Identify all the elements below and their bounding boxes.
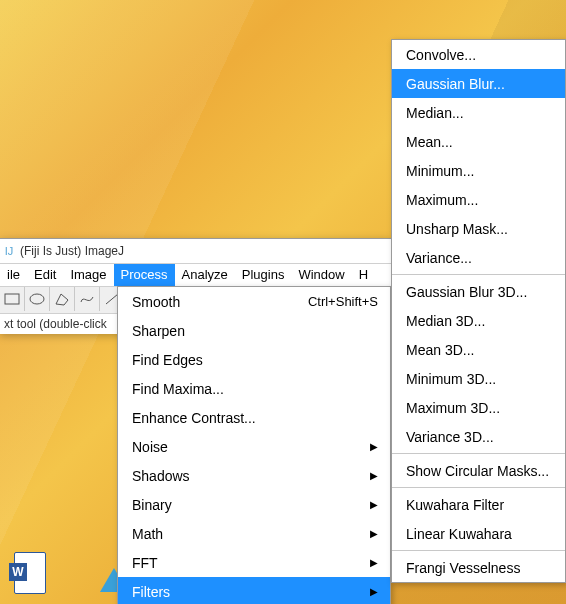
submenu-caret-icon: ▶ — [370, 499, 378, 510]
process-item-smooth[interactable]: SmoothCtrl+Shift+S — [118, 287, 390, 316]
filters-item-minimum-[interactable]: Minimum... — [392, 156, 565, 185]
submenu-caret-icon: ▶ — [370, 586, 378, 597]
menu-item-label: Mean 3D... — [406, 342, 553, 358]
menu-edit[interactable]: Edit — [27, 264, 63, 286]
filters-item-linear-kuwahara[interactable]: Linear Kuwahara — [392, 519, 565, 548]
filters-item-gaussian-blur-3d-[interactable]: Gaussian Blur 3D... — [392, 277, 565, 306]
menu-separator — [392, 274, 565, 275]
menu-process[interactable]: Process — [114, 264, 175, 286]
svg-rect-0 — [5, 294, 19, 304]
menu-item-label: Mean... — [406, 134, 553, 150]
tool-oval[interactable] — [25, 287, 50, 311]
menu-item-label: Variance 3D... — [406, 429, 553, 445]
svg-point-1 — [30, 294, 44, 304]
menu-item-label: Median... — [406, 105, 553, 121]
menu-item-label: Binary — [132, 497, 362, 513]
submenu-caret-icon: ▶ — [370, 470, 378, 481]
menu-separator — [392, 550, 565, 551]
titlebar[interactable]: IJ (Fiji Is Just) ImageJ — [0, 239, 392, 264]
menu-item-label: Convolve... — [406, 47, 553, 63]
menubar: ileEditImageProcessAnalyzePluginsWindowH — [0, 264, 392, 286]
process-item-enhance-contrast-[interactable]: Enhance Contrast... — [118, 403, 390, 432]
menu-plugins[interactable]: Plugins — [235, 264, 292, 286]
menu-analyze[interactable]: Analyze — [175, 264, 235, 286]
menu-separator — [392, 453, 565, 454]
svg-marker-2 — [56, 294, 68, 305]
filters-item-variance-3d-[interactable]: Variance 3D... — [392, 422, 565, 451]
menu-item-label: Enhance Contrast... — [132, 410, 378, 426]
menu-item-label: Find Edges — [132, 352, 378, 368]
filters-item-mean-3d-[interactable]: Mean 3D... — [392, 335, 565, 364]
process-item-shadows[interactable]: Shadows▶ — [118, 461, 390, 490]
filters-item-gaussian-blur-[interactable]: Gaussian Blur... — [392, 69, 565, 98]
filters-item-median-3d-[interactable]: Median 3D... — [392, 306, 565, 335]
filters-item-frangi-vesselness[interactable]: Frangi Vesselness — [392, 553, 565, 582]
process-item-binary[interactable]: Binary▶ — [118, 490, 390, 519]
process-item-noise[interactable]: Noise▶ — [118, 432, 390, 461]
menu-item-label: Unsharp Mask... — [406, 221, 553, 237]
filters-item-mean-[interactable]: Mean... — [392, 127, 565, 156]
submenu-caret-icon: ▶ — [370, 557, 378, 568]
filters-item-convolve-[interactable]: Convolve... — [392, 40, 565, 69]
filters-submenu: Convolve...Gaussian Blur...Median...Mean… — [391, 39, 566, 583]
menu-item-shortcut: Ctrl+Shift+S — [308, 294, 378, 309]
submenu-caret-icon: ▶ — [370, 441, 378, 452]
process-item-find-maxima-[interactable]: Find Maxima... — [118, 374, 390, 403]
menu-item-label: Math — [132, 526, 362, 542]
word-doc-icon[interactable] — [14, 552, 46, 594]
menu-item-label: Linear Kuwahara — [406, 526, 553, 542]
filters-item-unsharp-mask-[interactable]: Unsharp Mask... — [392, 214, 565, 243]
menu-item-label: Frangi Vesselness — [406, 560, 553, 576]
process-menu: SmoothCtrl+Shift+SSharpenFind EdgesFind … — [117, 286, 391, 604]
menu-item-label: Noise — [132, 439, 362, 455]
window-title: (Fiji Is Just) ImageJ — [20, 244, 124, 258]
menu-item-label: Kuwahara Filter — [406, 497, 553, 513]
filters-item-median-[interactable]: Median... — [392, 98, 565, 127]
filters-item-show-circular-masks-[interactable]: Show Circular Masks... — [392, 456, 565, 485]
process-item-math[interactable]: Math▶ — [118, 519, 390, 548]
filters-item-kuwahara-filter[interactable]: Kuwahara Filter — [392, 490, 565, 519]
filters-item-maximum-3d-[interactable]: Maximum 3D... — [392, 393, 565, 422]
menu-item-label: Gaussian Blur 3D... — [406, 284, 553, 300]
menu-item-label: FFT — [132, 555, 362, 571]
menu-item-label: Minimum... — [406, 163, 553, 179]
process-item-sharpen[interactable]: Sharpen — [118, 316, 390, 345]
filters-item-maximum-[interactable]: Maximum... — [392, 185, 565, 214]
menu-item-label: Maximum 3D... — [406, 400, 553, 416]
menu-item-label: Find Maxima... — [132, 381, 378, 397]
menu-item-label: Filters — [132, 584, 362, 600]
menu-item-label: Sharpen — [132, 323, 378, 339]
menu-item-label: Show Circular Masks... — [406, 463, 553, 479]
menu-item-label: Smooth — [132, 294, 308, 310]
process-item-filters[interactable]: Filters▶ — [118, 577, 390, 604]
menu-separator — [392, 487, 565, 488]
menu-window[interactable]: Window — [291, 264, 351, 286]
process-item-fft[interactable]: FFT▶ — [118, 548, 390, 577]
submenu-caret-icon: ▶ — [370, 528, 378, 539]
menu-item-label: Median 3D... — [406, 313, 553, 329]
menu-item-label: Maximum... — [406, 192, 553, 208]
menu-item-label: Variance... — [406, 250, 553, 266]
tool-polygon[interactable] — [50, 287, 75, 311]
filters-item-minimum-3d-[interactable]: Minimum 3D... — [392, 364, 565, 393]
tool-freehand[interactable] — [75, 287, 100, 311]
menu-item-label: Minimum 3D... — [406, 371, 553, 387]
menu-ile[interactable]: ile — [0, 264, 27, 286]
imagej-logo-icon: IJ — [2, 244, 16, 258]
process-item-find-edges[interactable]: Find Edges — [118, 345, 390, 374]
menu-image[interactable]: Image — [63, 264, 113, 286]
menu-h[interactable]: H — [352, 264, 375, 286]
tool-rectangle[interactable] — [0, 287, 25, 311]
menu-item-label: Shadows — [132, 468, 362, 484]
filters-item-variance-[interactable]: Variance... — [392, 243, 565, 272]
menu-item-label: Gaussian Blur... — [406, 76, 553, 92]
